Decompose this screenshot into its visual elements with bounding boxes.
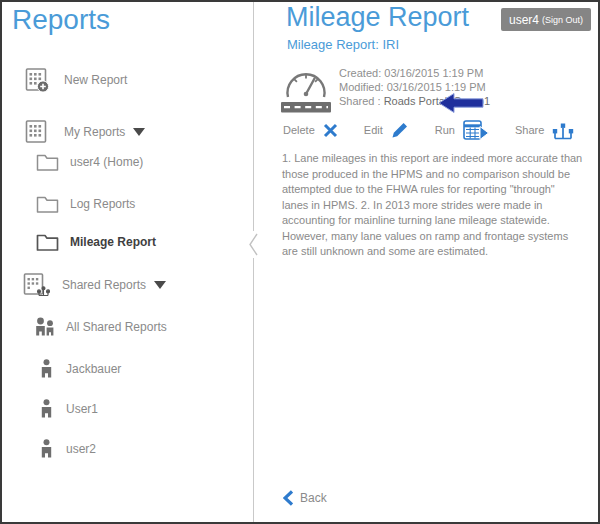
sidebar-item-label: Jackbauer: [66, 362, 121, 376]
person-icon: [40, 439, 53, 459]
sidebar-item-mileage-report[interactable]: Mileage Report: [36, 227, 156, 257]
sidebar-item-label: My Reports: [64, 125, 125, 139]
page-subtitle: Mileage Report: IRI: [287, 37, 399, 52]
folder-icon: [36, 233, 59, 252]
sidebar-item-new-report[interactable]: New Report: [24, 65, 127, 95]
sidebar-item-label: Shared Reports: [62, 278, 146, 292]
back-chevron-icon: [283, 490, 293, 506]
run-button[interactable]: Run: [435, 120, 489, 140]
share-button[interactable]: Share: [515, 121, 574, 140]
sidebar-item-shared-reports[interactable]: Shared Reports: [22, 270, 166, 300]
reports-icon: [24, 119, 50, 145]
user-name: user4: [509, 13, 539, 27]
edit-button[interactable]: Edit: [364, 121, 409, 139]
people-icon: [33, 317, 56, 338]
folder-icon: [36, 153, 59, 172]
sign-out-button[interactable]: user4 (Sign Out): [501, 8, 591, 31]
sidebar-item-my-reports[interactable]: My Reports: [24, 117, 145, 147]
chevron-left-icon: [246, 231, 261, 258]
back-button[interactable]: Back: [283, 490, 327, 506]
sidebar-item-label: All Shared Reports: [66, 320, 167, 334]
sidebar-item-label: New Report: [64, 73, 127, 87]
sidebar-item-label: user2: [66, 442, 96, 456]
mileage-gauge-road-icon: [281, 66, 331, 118]
sidebar-item-user1[interactable]: User1: [40, 394, 98, 424]
sidebar-item-log-reports[interactable]: Log Reports: [36, 189, 135, 219]
sidebar-item-user2[interactable]: user2: [40, 434, 96, 464]
sign-out-label: (Sign Out): [542, 15, 583, 25]
sidebar-item-label: Mileage Report: [70, 235, 156, 249]
panel-collapse-handle[interactable]: [246, 231, 261, 258]
page-title: Mileage Report: [286, 2, 469, 33]
created-line: Created: 03/16/2015 1:19 PM: [339, 66, 490, 80]
new-report-icon: [24, 67, 50, 93]
sidebar-item-label: User1: [66, 402, 98, 416]
sidebar-item-jackbauer[interactable]: Jackbauer: [40, 354, 121, 384]
app-window: Reports New Report: [0, 0, 600, 524]
sidebar-item-label: user4 (Home): [70, 155, 143, 169]
edit-pencil-icon: [391, 121, 409, 139]
panel-divider: [253, 2, 254, 522]
report-description: 1. Lane mileages in this report are inde…: [282, 151, 583, 260]
annotation-arrow-left-icon: [438, 92, 484, 118]
share-network-icon: [552, 121, 574, 140]
sidebar-item-all-shared-reports[interactable]: All Shared Reports: [33, 312, 167, 342]
delete-x-icon: [323, 123, 338, 138]
run-report-icon: [463, 120, 489, 140]
sidebar-title: Reports: [12, 4, 110, 36]
person-icon: [40, 399, 53, 419]
shared-reports-icon: [22, 272, 50, 299]
action-toolbar: Delete Edit Run: [283, 118, 574, 142]
collapse-triangle-icon[interactable]: [133, 128, 145, 136]
delete-button[interactable]: Delete: [283, 123, 338, 138]
folder-icon: [36, 195, 59, 214]
person-icon: [40, 359, 53, 379]
sidebar-item-label: Log Reports: [70, 197, 135, 211]
sidebar-item-user4-home[interactable]: user4 (Home): [36, 147, 143, 177]
collapse-triangle-icon[interactable]: [154, 281, 166, 289]
